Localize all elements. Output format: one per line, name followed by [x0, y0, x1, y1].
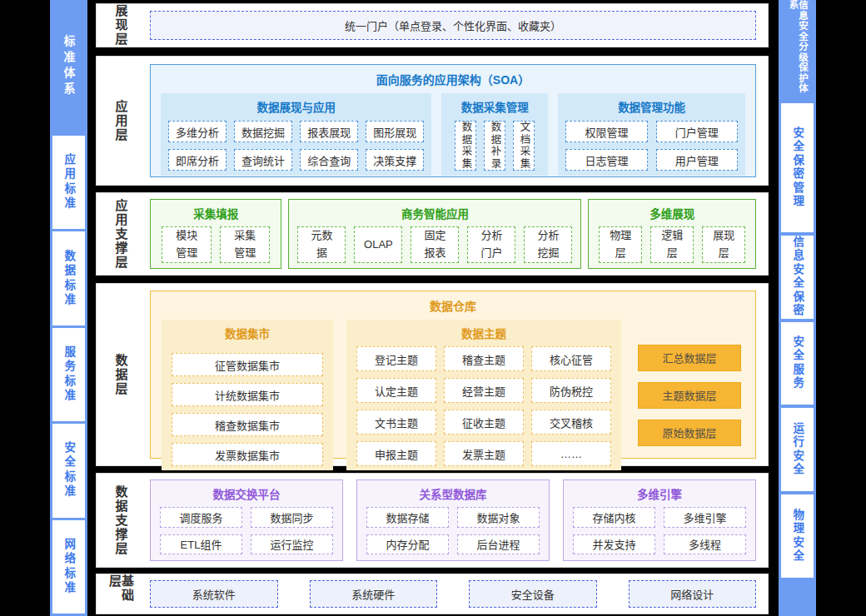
- sidebar-item-label: 运行安全: [792, 422, 804, 477]
- group-items-row: 物理层 逻辑层 展现层: [597, 226, 747, 263]
- data-support-layer: 数据支撑层 数据交换平台 调度服务 数据同步 ETL组件 运行监控 关系型数据库…: [96, 473, 769, 568]
- presentation-layer: 展现层 统一门户（单点登录、个性化界面、收藏夹）: [96, 3, 769, 47]
- group-title: 数据集市: [172, 325, 323, 341]
- standards-system-title: 标准体系: [52, 0, 85, 133]
- diagram-box: 模块管理: [162, 226, 212, 263]
- sidebar-item-security-service: 安全服务: [781, 322, 814, 405]
- group-items-row: 模块管理 采集管理: [159, 226, 272, 263]
- group-items-row: 数据采集 数据补录 文档采集: [449, 121, 540, 171]
- diagram-box: 文档采集: [513, 121, 535, 171]
- tier-raw-data: 原始数据层: [638, 420, 741, 446]
- group-title: 数据主题: [356, 325, 611, 341]
- group-title: 采集填报: [159, 205, 272, 221]
- group-title: 多维展现: [597, 205, 747, 221]
- group-items-grid: 登记主题 稽查主题 核心征管 认定主题 经营主题 防伪税控 文书主题 征收主题 …: [356, 346, 611, 466]
- group-data-subject: 数据主题 登记主题 稽查主题 核心征管 认定主题 经营主题 防伪税控 文书主题 …: [346, 320, 621, 470]
- group-collection-reporting: 采集填报 模块管理 采集管理: [150, 199, 281, 269]
- data-layer: 数据层 数据仓库 数据集市 征管数据集市 计统数据集市 稽查数据集市 发票数据集…: [96, 283, 769, 466]
- group-data-collection-mgmt: 数据采集管理 数据采集 数据补录 文档采集: [441, 93, 548, 176]
- diagram-box: ETL组件: [160, 534, 242, 555]
- diagram-box: 登记主题: [356, 346, 436, 371]
- group-data-exchange-platform: 数据交换平台 调度服务 数据同步 ETL组件 运行监控: [150, 479, 343, 561]
- diagram-box: 系统软件: [150, 580, 278, 608]
- sidebar-item-label: 安全标准: [63, 441, 75, 499]
- foundation-layer: 基础层 系统软件 系统硬件 安全设备 网络设计: [96, 574, 769, 614]
- diagram-box: 查询统计: [234, 149, 292, 171]
- security-protection-title: 信息安全分级保护体系: [781, 0, 814, 100]
- diagram-box: ……: [531, 441, 611, 466]
- diagram-box: 即席分析: [168, 149, 226, 171]
- layer-label-text: 展现层: [115, 4, 127, 47]
- data-layer-content: 数据仓库 数据集市 征管数据集市 计统数据集市 稽查数据集市 发票数据集市 数据…: [145, 284, 768, 465]
- diagram-box: 申报主题: [356, 441, 436, 466]
- soa-groups-row: 数据展现与应用 多维分析 数据挖掘 报表展现 图形展现 即席分析 查询统计 综合…: [161, 93, 745, 176]
- group-data-mgmt-functions: 数据管理功能 权限管理 门户管理 日志管理 用户管理: [558, 93, 745, 176]
- sidebar-item-application-standard: 应用标准: [52, 136, 85, 229]
- standards-system-sidebar: 标准体系 应用标准 数据标准 服务标准 安全标准 网络标准: [50, 0, 87, 616]
- sidebar-item-label: 安全服务: [792, 335, 804, 390]
- diagram-box: 元数据: [297, 226, 346, 263]
- group-items-grid: 存储内核 多维引擎 并发支持 多线程: [573, 507, 746, 554]
- group-title: 数据交换平台: [160, 485, 333, 502]
- diagram-box: 系统硬件: [310, 580, 438, 608]
- application-support-layer-content: 采集填报 模块管理 采集管理 商务智能应用 元数据 OLAP 固定报表 分析门户…: [145, 193, 768, 275]
- data-warehouse-box: 数据仓库 数据集市 征管数据集市 计统数据集市 稽查数据集市 发票数据集市 数据…: [150, 291, 756, 459]
- sidebar-item-label: 应用标准: [63, 153, 75, 211]
- group-title: 数据展现与应用: [168, 98, 424, 115]
- group-multidim-display: 多维展现 物理层 逻辑层 展现层: [588, 199, 756, 269]
- data-warehouse-title: 数据仓库: [162, 297, 744, 314]
- diagram-box: 决策支撑: [366, 149, 424, 171]
- diagram-box: 征收主题: [444, 410, 524, 435]
- group-data-mart: 数据集市 征管数据集市 计统数据集市 稽查数据集市 发票数据集市: [162, 320, 333, 470]
- group-title: 商务智能应用: [297, 205, 572, 221]
- group-items-grid: 数据存储 数据对象 内存分配 后台进程: [366, 507, 540, 554]
- group-items-row: 元数据 OLAP 固定报表 分析门户 分析挖掘: [297, 226, 572, 263]
- diagram-box: 展现层: [702, 226, 745, 263]
- diagram-box: 报表展现: [300, 121, 358, 142]
- sidebar-item-label: 安全保密管理: [792, 127, 804, 209]
- layer-label-text: 数据层: [115, 354, 127, 396]
- diagram-box: 数据补录: [484, 121, 505, 171]
- diagram-box: 综合查询: [300, 149, 358, 171]
- diagram-box: 后台进程: [457, 534, 540, 555]
- diagram-box: 数据挖掘: [234, 121, 292, 142]
- diagram-box-label: 数据补录: [490, 122, 500, 170]
- diagram-box: 权限管理: [565, 121, 647, 142]
- application-layer-label: 应用层: [97, 57, 145, 185]
- diagram-box: 经营主题: [444, 378, 524, 403]
- data-warehouse-row: 数据集市 征管数据集市 计统数据集市 稽查数据集市 发票数据集市 数据主题 登记…: [162, 320, 744, 470]
- application-support-layer-label: 应用支撑层: [97, 193, 145, 275]
- diagram-box: 并发支持: [573, 534, 655, 555]
- tier-subject-data: 主题数据层: [638, 382, 741, 409]
- data-layer-label: 数据层: [97, 284, 145, 465]
- group-business-intelligence: 商务智能应用 元数据 OLAP 固定报表 分析门户 分析挖掘: [288, 199, 581, 269]
- diagram-box: 固定报表: [411, 226, 459, 263]
- diagram-box: 多维分析: [168, 121, 226, 142]
- sidebar-item-label: 数据标准: [63, 250, 75, 308]
- unified-portal-box: 统一门户（单点登录、个性化界面、收藏夹）: [150, 11, 756, 40]
- group-title: 数据管理功能: [565, 98, 738, 115]
- diagram-box: 门户管理: [656, 121, 738, 142]
- diagram-box: 运行监控: [251, 534, 333, 555]
- layer-label-text: 应用层: [115, 100, 127, 142]
- sidebar-item-label: 物理安全: [792, 509, 804, 564]
- sidebar-item-infosec-secrecy: 信息安全保密: [781, 236, 814, 319]
- diagram-box: 数据采集: [455, 121, 476, 171]
- group-title: 多维引擎: [573, 485, 746, 502]
- tier-summary-data: 汇总数据层: [638, 345, 741, 371]
- diagram-box: 用户管理: [656, 149, 738, 171]
- group-multidim-engine: 多维引擎 存储内核 多维引擎 并发支持 多线程: [563, 479, 756, 561]
- presentation-layer-content: 统一门户（单点登录、个性化界面、收藏夹）: [145, 4, 768, 47]
- soa-architecture-box: 面向服务的应用架构（SOA） 数据展现与应用 多维分析 数据挖掘 报表展现 图形…: [150, 64, 756, 177]
- foundation-layer-content: 系统软件 系统硬件 安全设备 网络设计: [145, 574, 768, 614]
- sidebar-item-label: 网络标准: [63, 538, 75, 596]
- group-items-grid: 多维分析 数据挖掘 报表展现 图形展现 即席分析 查询统计 综合查询 决策支撑: [168, 121, 424, 171]
- diagram-box: 征管数据集市: [172, 353, 323, 376]
- standards-system-title-text: 标准体系: [63, 35, 75, 98]
- diagram-box-label: 数据采集: [460, 122, 471, 170]
- diagram-box: 稽查数据集市: [172, 413, 323, 436]
- diagram-box: 计统数据集市: [172, 383, 323, 406]
- foundation-layer-label: 基础层: [97, 574, 145, 614]
- layer-label-text: 基础层: [108, 574, 133, 614]
- sidebar-item-operation-security: 运行安全: [781, 408, 814, 491]
